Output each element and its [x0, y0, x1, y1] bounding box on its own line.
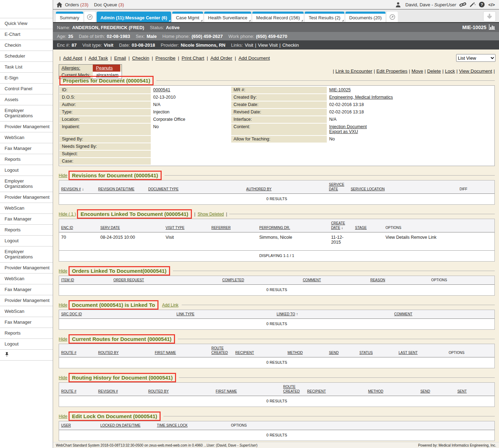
column-header-stage[interactable]: STAGE — [353, 219, 383, 232]
column-header-visit-type[interactable]: VISIT TYPE — [163, 219, 209, 232]
column-header-performing-dr[interactable]: PERFORMING DR. — [257, 219, 329, 232]
link-show-deleted[interactable]: Show Deleted — [197, 212, 224, 217]
column-header-service-location[interactable]: SERVICE LOCATION — [349, 180, 458, 194]
column-header-src-doc-id[interactable]: SRC DOC ID — [59, 310, 174, 319]
sidebar-item-control-panel[interactable]: Control Panel — [0, 84, 53, 94]
column-header-time-since-lock[interactable]: TIME SINCE LOCK — [155, 421, 229, 430]
prop-link-engineering-medical-informatics[interactable]: Engineering, Medical Informatics — [329, 95, 393, 100]
sidebar-pin-button[interactable] — [0, 350, 53, 361]
sort-asc-icon[interactable]: ↑ — [296, 312, 298, 316]
tab-medical-record-156[interactable]: Medical Record (156) — [252, 12, 304, 22]
column-header-revision[interactable]: REVISION # — [96, 383, 146, 396]
column-header-revision-date-time[interactable]: REVISION DATE/TIME — [96, 180, 146, 194]
column-header-referrer[interactable]: REFERRER — [209, 219, 257, 232]
sidebar-item-fax-manager[interactable]: Fax Manager — [0, 317, 53, 328]
column-header-enc-id[interactable]: ENC ID — [59, 219, 98, 232]
column-header-method[interactable]: METHOD — [366, 383, 418, 396]
prop-link-mie-10025[interactable]: MIE-10025 — [329, 87, 351, 92]
hide-link[interactable]: Hide ( 1 ) — [59, 212, 76, 217]
allergies-label[interactable]: Allergies: — [59, 65, 93, 72]
column-header-reason[interactable]: REASON — [368, 276, 429, 285]
column-header-send[interactable]: SEND — [418, 383, 455, 396]
sidebar-item-e-chart[interactable]: E-Chart — [0, 29, 53, 40]
sidebar-item-reports[interactable]: Reports — [0, 225, 53, 236]
sidebar-item-logout[interactable]: Logout — [0, 236, 53, 246]
sidebar-item-webscan[interactable]: WebScan — [0, 203, 53, 214]
column-header-status[interactable]: STATUS — [357, 344, 397, 357]
open-in-new-icon[interactable] — [387, 12, 398, 22]
sidebar-item-logout[interactable]: Logout — [0, 339, 53, 350]
column-header-document-type[interactable]: DOCUMENT TYPE — [146, 180, 244, 194]
column-header-linked-to[interactable]: LINKED TO↑ — [274, 310, 392, 319]
action-add-order[interactable]: Add Order — [210, 55, 232, 61]
sidebar-item-provider-management[interactable]: Provider Management — [0, 121, 53, 132]
column-header-comment[interactable]: COMMENT — [392, 310, 494, 319]
sidebar-item-fax-manager[interactable]: Fax Manager — [0, 143, 53, 154]
column-header-send[interactable]: SEND — [327, 344, 357, 357]
download-button[interactable] — [483, 11, 496, 21]
column-header-user[interactable]: USER — [59, 421, 98, 430]
doc-action-edit-properties[interactable]: Edit Properties — [376, 68, 408, 74]
column-header-item-id[interactable]: ITEM ID — [59, 276, 111, 285]
column-header-completed[interactable]: COMPLETED — [220, 276, 300, 285]
column-header-comment[interactable]: COMMENT — [301, 276, 368, 285]
orders-link[interactable]: Orders (23) — [65, 2, 88, 7]
link-add-link[interactable]: Add Link — [162, 303, 179, 308]
column-header-routed-by[interactable]: ROUTED BY — [146, 383, 214, 396]
doc-action-view-document[interactable]: View Document — [459, 68, 492, 74]
open-in-new-icon[interactable] — [84, 12, 96, 22]
column-header-route-created[interactable]: ROUTE CREATED — [209, 344, 233, 357]
tab-health-surveillance[interactable]: Health Surveillance — [204, 12, 251, 22]
sidebar-item-webscan[interactable]: WebScan — [0, 274, 53, 284]
sidebar-item-checkin[interactable]: Checkin — [0, 40, 53, 51]
sort-desc-icon[interactable]: ↓ — [341, 225, 343, 230]
action-add-appt[interactable]: Add Appt — [63, 55, 83, 61]
column-header-route[interactable]: ROUTE # — [59, 344, 96, 357]
help-icon[interactable]: ? — [479, 2, 485, 7]
column-header-link-type[interactable]: LINK TYPE — [174, 310, 274, 319]
sidebar-item-employer-organizations[interactable]: Employer Organizations — [0, 176, 53, 192]
action-print-chart[interactable]: Print Chart — [182, 55, 205, 61]
link-visit[interactable]: Visit — [245, 42, 253, 48]
sidebar-item-scheduler[interactable]: Scheduler — [0, 51, 53, 62]
column-header-method[interactable]: METHOD — [285, 344, 327, 357]
doc-action-link-to-encounter[interactable]: Link to Encounter — [335, 68, 372, 74]
link-checkin[interactable]: Checkin — [282, 42, 299, 48]
code-icon[interactable]: </> — [488, 2, 495, 7]
tab-case-mgmt[interactable]: Case Mgmt — [172, 12, 203, 22]
prop-link-injection-document[interactable]: Injection Document — [329, 124, 492, 129]
column-header-routed-by[interactable]: ROUTED BY — [96, 344, 153, 357]
prop-link-0000541[interactable]: 0000541 — [153, 87, 170, 92]
tab-admin-11-message-center-6[interactable]: Admin (11):Message Center (6) — [97, 12, 171, 22]
chart-stats-icon[interactable] — [489, 24, 495, 31]
sidebar-item-reports[interactable]: Reports — [0, 154, 53, 165]
sidebar-item-provider-management[interactable]: Provider Management — [0, 192, 53, 203]
column-header-recipient[interactable]: RECIPIENT — [233, 344, 286, 357]
sidebar-item-task-list[interactable]: Task List — [0, 62, 53, 73]
doc-action-move[interactable]: Move — [411, 68, 423, 74]
action-prescribe[interactable]: Prescribe — [155, 55, 175, 61]
column-header-last-sent[interactable]: LAST SENT — [396, 344, 446, 357]
hide-link[interactable]: Hide — [59, 173, 67, 178]
sidebar-item-fax-manager[interactable]: Fax Manager — [0, 284, 53, 295]
sidebar-item-employer-organizations[interactable]: Employer Organizations — [0, 105, 53, 121]
link-chain-icon[interactable] — [459, 2, 466, 7]
sidebar-item-provider-management[interactable]: Provider Management — [0, 263, 53, 274]
column-header-route-created[interactable]: ROUTE CREATED — [281, 383, 305, 396]
prop-link-export-as-vxu[interactable]: Export as VXU — [329, 129, 492, 134]
hide-link[interactable]: Hide — [59, 337, 67, 342]
action-add-document[interactable]: Add Document — [239, 55, 270, 61]
sidebar-item-e-sign[interactable]: E-Sign — [0, 73, 53, 84]
doc-action-lock[interactable]: Lock — [445, 68, 455, 74]
column-header-route[interactable]: ROUTE # — [59, 383, 96, 396]
doc-queue-link[interactable]: Doc Queue (3) — [94, 2, 124, 7]
sidebar-item-provider-management[interactable]: Provider Management — [0, 295, 53, 306]
column-header-first-name[interactable]: FIRST NAME — [153, 344, 209, 357]
sidebar-item-webscan[interactable]: WebScan — [0, 306, 53, 317]
column-header-serv-date[interactable]: SERV DATE — [98, 219, 164, 232]
column-header-authored-by[interactable]: AUTHORED BY — [244, 180, 327, 194]
hide-link[interactable]: Hide — [59, 269, 67, 274]
column-header-order-request[interactable]: ORDER REQUEST — [111, 276, 220, 285]
hide-link[interactable]: Hide — [59, 414, 67, 419]
sidebar-item-webscan[interactable]: WebScan — [0, 132, 53, 143]
